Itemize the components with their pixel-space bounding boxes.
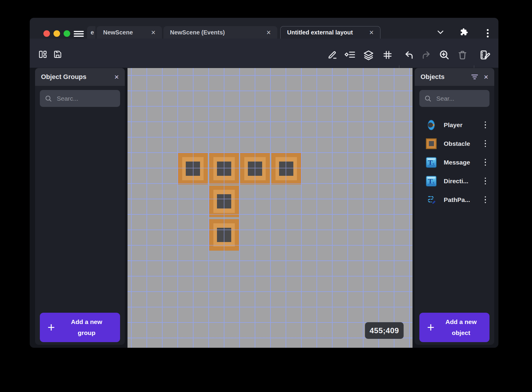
add-group-label-line1: Add a new [71,318,102,325]
text-object-icon: T x [426,176,437,186]
objects-title: Objects [421,73,465,81]
maximize-window-button[interactable] [64,30,70,37]
add-object-button[interactable]: + Add a new object [419,313,489,342]
tab-newscene[interactable]: NewScene × [97,26,162,39]
trash-icon[interactable] [457,49,468,61]
object-menu-dots-icon[interactable] [483,157,488,168]
object-menu-dots-icon[interactable] [483,120,488,130]
object-groups-search-input[interactable] [56,95,115,102]
object-groups-header: Object Groups × [35,68,125,86]
cursor-coordinates: 455;409 [370,326,399,335]
search-icon [45,95,52,102]
path-paint-icon [426,195,437,205]
close-panel-icon[interactable]: × [114,73,119,81]
close-window-button[interactable] [43,30,50,37]
obstacle-tile-instance[interactable] [209,186,239,217]
add-group-label-line2: group [78,329,95,336]
panels-layout-icon[interactable] [38,50,48,59]
object-row-player[interactable]: Player [415,116,494,134]
object-groups-panel: Object Groups × + Add a new group [35,68,125,345]
close-panel-icon[interactable]: × [484,73,488,81]
minimize-window-button[interactable] [53,30,60,37]
tab-close-icon[interactable]: × [266,28,271,37]
tab-label: NewScene (Events) [170,29,225,36]
object-menu-dots-icon[interactable] [483,195,488,205]
edit-scene-properties-icon[interactable] [479,49,491,61]
cursor-coordinates-badge: 455;409 [365,322,404,339]
title-bar: e NewScene × NewScene (Events) × Untitle… [30,18,498,39]
tab-untitled-external-layout[interactable]: Untitled external layout × [280,26,380,39]
object-row-directions[interactable]: T x Directi... [415,172,494,190]
text-object-icon: T x [426,157,437,168]
object-menu-dots-icon[interactable] [483,138,488,149]
app-window: e NewScene × NewScene (Events) × Untitle… [30,18,498,348]
tab-newscene-events[interactable]: NewScene (Events) × [163,26,277,39]
object-name: Obstacle [444,140,470,147]
search-icon [424,95,432,102]
obstacle-tile-instance[interactable] [178,153,208,184]
filter-icon[interactable] [471,73,479,80]
object-menu-dots-icon[interactable] [483,176,488,186]
tab-label: e [91,29,94,36]
obstacle-tile-instance[interactable] [209,219,239,251]
tab-close-icon[interactable]: × [369,28,374,37]
objects-header: Objects × [415,68,494,86]
plus-icon: + [48,322,55,333]
chevron-down-icon[interactable] [436,28,445,36]
player-icon [426,120,437,130]
obstacle-tile-instance[interactable] [271,153,301,184]
redo-icon[interactable] [421,50,432,60]
plus-icon: + [427,322,435,333]
main-menu-icon[interactable] [74,31,84,37]
toolbar: Preview Publish [30,39,498,68]
objects-panel: Objects × Player [415,68,494,345]
add-object-label-line2: object [452,329,470,336]
tab-label: Untitled external layout [287,29,353,36]
object-row-pathpaint[interactable]: PathPa... [415,190,494,209]
obstacle-tile-instance[interactable] [240,153,270,184]
scene-canvas[interactable]: 455;409 [128,68,413,348]
object-name: PathPa... [444,196,470,203]
object-groups-search [40,90,120,107]
tab-home-partial[interactable]: e [87,26,95,39]
object-name: Message [444,159,470,166]
objects-list-icon[interactable] [344,50,356,59]
tab-label: NewScene [103,29,133,36]
add-group-button[interactable]: + Add a new group [40,313,120,342]
grid-icon[interactable] [382,50,393,60]
objects-list: Player Obstacle T x Message [415,116,494,209]
zoom-in-icon[interactable] [439,49,450,61]
tab-close-icon[interactable]: × [151,28,155,37]
add-object-label-line1: Add a new [446,318,477,325]
undo-icon[interactable] [404,50,414,60]
obstacle-tile-instance[interactable] [209,153,239,184]
object-name: Directi... [444,178,468,185]
layers-icon[interactable] [363,49,374,61]
extensions-puzzle-icon[interactable] [460,28,468,36]
pencil-edit-icon[interactable] [327,49,338,60]
objects-search-input[interactable] [436,95,485,102]
object-row-obstacle[interactable]: Obstacle [415,134,494,153]
object-row-message[interactable]: T x Message [415,153,494,172]
window-menu-dots-icon[interactable] [485,29,490,38]
objects-search [419,90,489,107]
object-groups-title: Object Groups [41,73,109,81]
obstacle-icon [426,138,437,149]
save-icon[interactable] [53,50,62,59]
object-name: Player [444,121,462,129]
